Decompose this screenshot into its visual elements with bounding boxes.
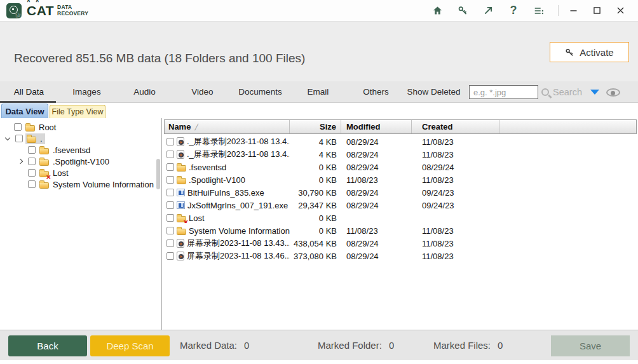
- tree-checkbox[interactable]: [28, 169, 36, 177]
- file-name: 屏幕录制2023-11-08 13.43...: [187, 238, 290, 249]
- brand-name-text: CAT: [27, 3, 54, 18]
- tree-scrollbar-thumb[interactable]: [156, 159, 160, 189]
- expand-arrow-icon[interactable]: [5, 137, 15, 140]
- file-size: 0 KB: [290, 213, 341, 223]
- tree-item[interactable]: Lost: [0, 167, 161, 179]
- file-row[interactable]: .Spotlight-V100 0 KB 11/08/23 11/08/23: [164, 173, 637, 186]
- folder-tree: Root . .fseventsd .Spotlight-V100 Lost: [0, 121, 161, 190]
- row-checkbox[interactable]: [166, 214, 174, 222]
- tree-item[interactable]: Root: [0, 121, 161, 133]
- marked-folder-value: 0: [389, 340, 394, 351]
- key-icon[interactable]: [456, 4, 469, 17]
- tree-item[interactable]: System Volume Information: [0, 179, 161, 190]
- tab-data-view[interactable]: Data View: [1, 104, 48, 118]
- tree-item[interactable]: .: [0, 133, 161, 144]
- tab-video[interactable]: Video: [173, 81, 231, 102]
- menu-icon[interactable]: [533, 4, 545, 17]
- row-checkbox[interactable]: [166, 201, 174, 209]
- close-icon[interactable]: [614, 5, 626, 17]
- footer-bar: Back Deep Scan Marked Data: 0 Marked Fol…: [0, 330, 638, 360]
- file-row[interactable]: 屏幕录制2023-11-08 13.43... 438,054 KB 08/29…: [164, 237, 637, 250]
- titlebar: ↻ ∧∧ CAT DATA RECOVERY ?: [0, 0, 638, 22]
- tree-checkbox[interactable]: [28, 146, 36, 154]
- row-checkbox[interactable]: [166, 163, 174, 171]
- file-created: 11/08/23: [412, 239, 499, 248]
- file-created: 11/08/23: [412, 226, 499, 236]
- tab-images[interactable]: Images: [58, 81, 116, 102]
- file-row[interactable]: ._屏幕录制2023-11-08 13.4... 4 KB 08/29/24 1…: [164, 148, 637, 161]
- search-options-dropdown-icon[interactable]: [590, 90, 599, 95]
- marked-data-counter: Marked Data: 0: [180, 340, 249, 351]
- file-row[interactable]: 屏幕录制2023-11-08 13.46... 373,080 KB 08/29…: [164, 250, 637, 262]
- activate-button[interactable]: Activate: [550, 42, 629, 62]
- file-row[interactable]: ._屏幕录制2023-11-08 13.4... 4 KB 08/29/24 1…: [164, 135, 637, 148]
- tree-item[interactable]: .fseventsd: [0, 144, 161, 156]
- row-checkbox[interactable]: [166, 176, 174, 184]
- search-input[interactable]: [469, 85, 538, 99]
- file-name: 屏幕录制2023-11-08 13.46...: [187, 250, 290, 262]
- file-modified: 11/08/23: [341, 226, 412, 236]
- tree-item[interactable]: .Spotlight-V100: [0, 156, 161, 167]
- file-size: 0 KB: [290, 175, 341, 185]
- search-label: Search: [553, 87, 582, 97]
- tab-all-data[interactable]: All Data: [0, 81, 58, 102]
- search-icon[interactable]: [541, 88, 549, 96]
- column-header-size[interactable]: Size: [290, 120, 341, 133]
- tab-others[interactable]: Others: [347, 81, 405, 102]
- file-size: 0 KB: [290, 226, 341, 236]
- row-checkbox[interactable]: [166, 252, 174, 260]
- column-header-modified[interactable]: Modified: [341, 120, 412, 133]
- preview-eye-icon[interactable]: [606, 88, 620, 97]
- tree-checkbox[interactable]: [28, 158, 36, 165]
- filter-bar: All Data Images Audio Video Documents Em…: [0, 81, 638, 103]
- column-header-created[interactable]: Created: [412, 120, 499, 133]
- folder-icon: [39, 148, 49, 154]
- file-table: Name ╱ Size Modified Created ._屏幕录制2023-…: [164, 119, 637, 330]
- file-row[interactable]: BitHuiFuIns_835.exe 30,790 KB 08/29/24 0…: [164, 186, 637, 199]
- media-file-icon: [177, 137, 184, 146]
- file-created: 09/24/23: [412, 201, 499, 210]
- file-name: ._屏幕录制2023-11-08 13.4...: [187, 136, 290, 147]
- tree-checkbox[interactable]: [14, 123, 22, 131]
- expand-arrow-icon[interactable]: [18, 159, 28, 163]
- row-checkbox[interactable]: [166, 189, 174, 196]
- titlebar-separator: [558, 5, 559, 16]
- row-checkbox[interactable]: [166, 227, 174, 234]
- folder-icon: [177, 165, 186, 172]
- row-checkbox[interactable]: [166, 239, 174, 247]
- tree-item-label: Lost: [53, 168, 69, 178]
- share-arrow-icon[interactable]: [482, 4, 494, 17]
- file-row[interactable]: System Volume Information 0 KB 11/08/23 …: [164, 224, 637, 237]
- save-button[interactable]: Save: [551, 335, 630, 356]
- minimize-icon[interactable]: [567, 5, 579, 17]
- folder-icon: [39, 159, 49, 166]
- deep-scan-button[interactable]: Deep Scan: [90, 335, 170, 356]
- tree-checkbox[interactable]: [28, 180, 36, 188]
- marked-files-value: 0: [498, 340, 503, 351]
- hdd-recovery-logo-icon: ↻: [6, 3, 22, 18]
- row-checkbox[interactable]: [166, 151, 174, 158]
- file-table-header: Name ╱ Size Modified Created: [164, 119, 637, 134]
- tab-documents[interactable]: Documents: [231, 81, 289, 102]
- file-created: 11/08/23: [412, 175, 499, 185]
- help-icon[interactable]: ?: [507, 4, 520, 17]
- file-created: 11/08/23: [412, 252, 499, 261]
- tree-item-label: .Spotlight-V100: [53, 157, 109, 166]
- home-icon[interactable]: [431, 4, 444, 17]
- tab-email[interactable]: Email: [289, 81, 347, 102]
- file-row[interactable]: .fseventsd 0 KB 08/29/24 08/29/24: [164, 161, 637, 173]
- tab-file-type-view[interactable]: File Type View: [50, 105, 105, 118]
- file-row[interactable]: JxSoftMgrIns_007_191.exe 29,347 KB 08/29…: [164, 199, 637, 212]
- tab-show-deleted[interactable]: Show Deleted: [405, 81, 463, 102]
- maximize-icon[interactable]: [591, 5, 602, 17]
- row-checkbox[interactable]: [166, 138, 174, 145]
- tab-audio[interactable]: Audio: [116, 81, 173, 102]
- back-button[interactable]: Back: [8, 335, 87, 356]
- tree-item-label: .: [40, 134, 43, 144]
- file-row[interactable]: Lost 0 KB: [164, 212, 637, 224]
- recovery-summary-title: Recovered 851.56 MB data (18 Folders and…: [14, 51, 305, 65]
- tree-checkbox[interactable]: [15, 135, 23, 142]
- column-header-name[interactable]: Name ╱: [165, 120, 290, 133]
- key-icon: [565, 48, 574, 57]
- file-modified: 08/29/24: [341, 150, 412, 159]
